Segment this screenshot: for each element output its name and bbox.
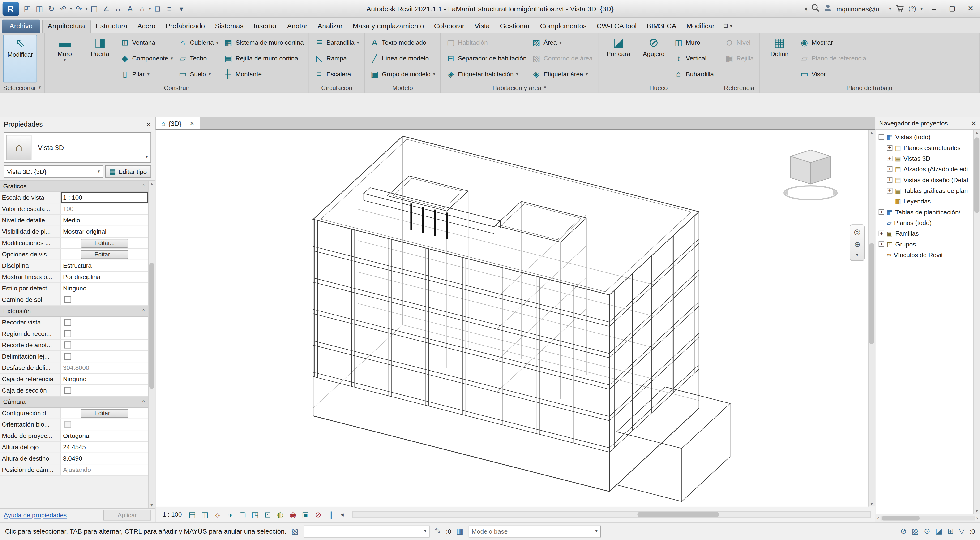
modificar-button[interactable]: ⇖Modificar (3, 35, 37, 83)
filter-icon[interactable]: ▽ (959, 527, 965, 535)
panel-title-plano-de-trabajo[interactable]: Plano de trabajo (759, 83, 980, 92)
properties-scrollbar[interactable]: ▲ ▼ (148, 181, 155, 508)
scroll-thumb[interactable] (881, 516, 919, 520)
techo-button[interactable]: ▱Techo (176, 50, 220, 66)
scroll-down-icon[interactable]: ▼ (869, 502, 874, 506)
viewcube[interactable] (779, 146, 842, 209)
por-cara-button[interactable]: ◪Por cara (601, 35, 635, 83)
temporary-hide-isolate-icon[interactable]: ◍ (275, 510, 286, 519)
scroll-thumb[interactable] (637, 512, 719, 517)
redo-button[interactable]: ↷ (73, 2, 85, 15)
edit-type-button[interactable]: ▦ Editar tipo (105, 165, 151, 178)
muro-button[interactable]: ▬Muro▾ (48, 35, 82, 83)
tab-masa-y-emplazamiento[interactable]: Masa y emplazamiento (348, 20, 429, 33)
cubierta-button[interactable]: ⌂Cubierta▾ (176, 35, 220, 51)
tree-node-vistas-todo[interactable]: −▦Vistas (todo) (875, 132, 980, 142)
dropdown-icon[interactable]: ▾ (586, 72, 588, 76)
tree-expander-icon[interactable]: + (887, 166, 892, 172)
scroll-right-icon[interactable]: › (977, 515, 978, 521)
property-value[interactable]: Mostrar original (61, 226, 148, 237)
rampa-button[interactable]: ◺Rampa (312, 50, 361, 66)
tab-insertar[interactable]: Insertar (248, 20, 282, 33)
scroll-thumb[interactable] (974, 137, 979, 213)
scroll-up-icon[interactable]: ▲ (869, 131, 874, 135)
vertical-button[interactable]: ↕Vertical (672, 50, 716, 66)
property-value[interactable]: Ninguno (61, 374, 148, 384)
undo-button[interactable]: ↶ (57, 2, 70, 15)
property-value[interactable] (61, 294, 148, 305)
open-file-button[interactable]: ◰ (21, 2, 33, 15)
panel-title-circulacion[interactable]: Circulación (309, 83, 364, 92)
search-icon[interactable] (811, 4, 819, 13)
tab-colaborar[interactable]: Colaborar (429, 20, 469, 33)
3d-model-wireframe[interactable] (156, 130, 875, 507)
help-button[interactable]: (?) (908, 5, 916, 12)
definir-button[interactable]: ▦Definir (762, 35, 797, 83)
mostrar-button[interactable]: ◉Mostrar (798, 35, 868, 51)
property-value[interactable] (61, 419, 148, 430)
lock-3d-view-icon[interactable]: ⊡ (262, 510, 273, 519)
tab-anotar[interactable]: Anotar (282, 20, 312, 33)
scroll-track[interactable] (880, 516, 975, 520)
undo-button-dropdown-icon[interactable]: ▾ (70, 6, 72, 11)
dropdown-icon[interactable]: ▾ (64, 57, 66, 62)
print-button[interactable]: ▤ (88, 2, 100, 15)
tree-node-planos-estructurales[interactable]: +▤Planos estructurales (875, 142, 980, 153)
sync-button[interactable]: ↻ (45, 2, 57, 15)
canvas-horizontal-scrollbar[interactable] (352, 511, 871, 518)
help-dropdown-icon[interactable]: ▾ (921, 6, 923, 11)
properties-help-link[interactable]: Ayuda de propiedades (4, 511, 67, 518)
tab-modificar[interactable]: Modificar (681, 20, 720, 33)
tab-vista[interactable]: Vista (469, 20, 495, 33)
property-value[interactable]: Editar... (61, 249, 148, 260)
recortar-vista-checkbox[interactable] (64, 319, 71, 326)
panel-dropdown-icon[interactable]: ▾ (38, 85, 41, 90)
area-button[interactable]: ▨Área▾ (530, 35, 595, 51)
tree-expander-icon[interactable]: + (879, 241, 885, 247)
sistema-de-muro-cortina-button[interactable]: ▦Sistema de muro cortina (221, 35, 305, 51)
section-collapse-icon[interactable]: ^ (142, 399, 145, 405)
property-section-graficos[interactable]: Gráficos^ (0, 181, 148, 192)
tree-expander-icon[interactable]: + (887, 156, 892, 161)
save-button[interactable]: ◫ (33, 2, 45, 15)
property-value[interactable] (61, 328, 148, 339)
temporary-view-properties-icon[interactable]: ▣ (300, 510, 311, 519)
linea-de-modelo-button[interactable]: ╱Línea de modelo (368, 50, 437, 66)
dropdown-icon[interactable]: ▾ (433, 72, 435, 76)
property-value[interactable]: 304.8000 (61, 362, 148, 373)
measure-button[interactable]: ∠ (100, 2, 112, 15)
panel-title-habitacion-y-area[interactable]: Habitación y área▾ (441, 83, 598, 92)
pilar-button[interactable]: ▯Pilar▾ (118, 66, 175, 82)
region-de-recor-checkbox[interactable] (64, 330, 71, 337)
tab-bim3lca[interactable]: BIM3LCA (641, 20, 681, 33)
scroll-thumb[interactable] (869, 243, 874, 344)
user-icon[interactable] (824, 4, 832, 13)
hide-analytical-model-icon[interactable]: ⊘ (313, 510, 323, 519)
tab-acero[interactable]: Acero (132, 20, 161, 33)
app-menu-button[interactable]: R (3, 2, 19, 16)
view-scale-button[interactable]: 1 : 100 (159, 511, 185, 518)
panel-dropdown-icon[interactable]: ▾ (544, 85, 546, 90)
tree-expander-icon[interactable]: + (887, 188, 892, 194)
worksets-icon[interactable]: ▧ (291, 527, 299, 535)
detail-level-icon[interactable]: ▤ (187, 510, 197, 519)
agujero-button[interactable]: ⊘Agujero (637, 35, 671, 83)
crop-view-icon[interactable]: ▢ (237, 510, 248, 519)
browser-close-icon[interactable]: ✕ (971, 120, 976, 127)
qat-customize-button[interactable]: ▾ (175, 2, 188, 15)
tree-expander-icon[interactable]: + (887, 145, 892, 151)
section-button[interactable]: ⊟ (151, 2, 164, 15)
property-value[interactable]: Por disciplina (61, 272, 148, 282)
muro-button[interactable]: ◫Muro (672, 35, 716, 51)
configuracion-d-edit-button[interactable]: Editar... (81, 409, 129, 417)
escalera-button[interactable]: ≡Escalera (312, 66, 361, 82)
panel-title-referencia[interactable]: Referencia (719, 83, 759, 92)
reveal-hidden-elements-icon[interactable]: ◉ (288, 510, 298, 519)
property-value[interactable]: Estructura (61, 260, 148, 271)
panel-title-hueco[interactable]: Hueco (598, 83, 719, 92)
shadows-icon[interactable]: ◑ (224, 510, 235, 519)
tab-prefabricado[interactable]: Prefabricado (161, 20, 210, 33)
zoom-icon[interactable]: ⊕ (854, 240, 861, 249)
caja-de-seccion-checkbox[interactable] (64, 387, 71, 394)
etiquetar-area-button[interactable]: ◈Etiquetar área▾ (530, 66, 595, 82)
